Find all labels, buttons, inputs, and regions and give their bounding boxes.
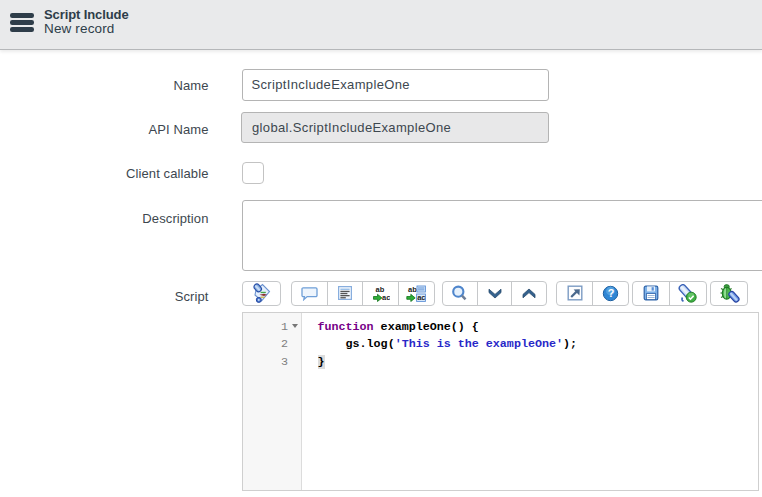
svg-text:ac: ac	[417, 293, 425, 302]
svg-text:ab: ab	[408, 285, 417, 294]
svg-text:ac: ac	[382, 293, 390, 302]
svg-text:?: ?	[608, 287, 615, 299]
